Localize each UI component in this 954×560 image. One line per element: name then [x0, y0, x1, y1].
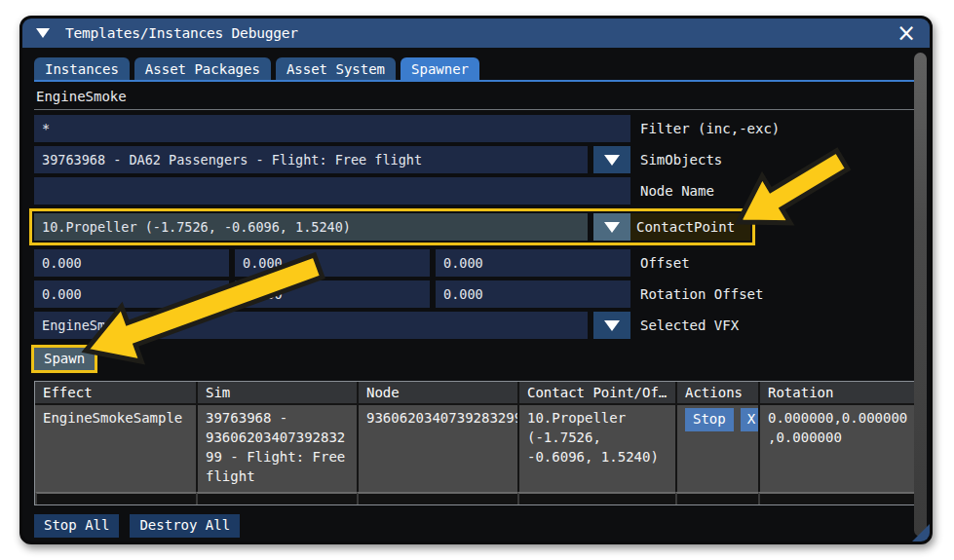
chevron-down-icon [604, 155, 620, 166]
cell-contact-point: 10.Propeller (-1.7526, -0.6096, 1.5240) [517, 403, 675, 492]
simobjects-label: SimObjects [640, 152, 722, 168]
tab-instances[interactable]: Instances [34, 57, 130, 80]
screen: Templates/Instances Debugger × Instances… [0, 0, 954, 560]
destroy-all-button[interactable]: Destroy All [130, 514, 240, 538]
vertical-scrollbar[interactable] [914, 53, 927, 537]
filter-input[interactable]: * [34, 115, 630, 142]
selected-vfx-dropdown-button[interactable] [593, 312, 630, 339]
cell-rotation: 0.000000,0.000000,0.000000 [758, 403, 918, 492]
column-header-effect: Effect [35, 382, 196, 403]
stop-all-button[interactable]: Stop All [34, 514, 119, 538]
cell-node: 9360620340739283299 [357, 403, 517, 492]
tab-asset-system[interactable]: Asset System [276, 57, 396, 80]
offset-row: 0.000 0.000 0.000 Offset [34, 249, 918, 277]
resize-grip-icon[interactable] [912, 524, 930, 541]
cell-sim: 39763968 - 9360620340739283299 - Flight:… [196, 403, 357, 492]
column-header-rotation: Rotation [758, 382, 918, 403]
contact-point-dropdown-button[interactable] [593, 213, 630, 241]
collapse-icon[interactable] [36, 28, 50, 38]
offset-z-input[interactable]: 0.000 [436, 249, 630, 277]
close-icon[interactable]: × [897, 22, 916, 44]
footer-actions: Stop All Destroy All [34, 514, 918, 538]
debugger-window: Templates/Instances Debugger × Instances… [19, 16, 933, 544]
cell-actions: Stop X [675, 403, 758, 492]
node-name-input[interactable] [34, 177, 630, 205]
column-header-actions: Actions [675, 382, 758, 403]
rotation-offset-label: Rotation Offset [640, 286, 763, 302]
rotation-offset-z-input[interactable]: 0.000 [436, 280, 630, 308]
tab-bar: Instances Asset Packages Asset System Sp… [34, 57, 918, 82]
destroy-effect-button[interactable]: X [741, 408, 758, 431]
divider [34, 109, 918, 110]
chevron-down-icon [604, 222, 620, 233]
template-name: EngineSmoke [36, 89, 916, 104]
chevron-down-icon [604, 320, 620, 331]
filter-row: * Filter (inc,-exc) [34, 115, 918, 142]
node-name-label: Node Name [640, 183, 714, 199]
cell-effect: EngineSmokeSample [35, 403, 196, 492]
column-header-contact-point: Contact Point/Of… [517, 382, 675, 403]
tab-asset-packages[interactable]: Asset Packages [134, 57, 271, 80]
contact-point-label: ContactPoint [636, 219, 735, 235]
column-header-node: Node [357, 382, 517, 403]
contact-point-highlight-box: 10.Propeller (-1.7526, -0.6096, 1.5240) … [29, 208, 755, 245]
column-header-sim: Sim [196, 382, 357, 403]
simobjects-select[interactable]: 39763968 - DA62 Passengers - Flight: Fre… [34, 146, 588, 173]
filter-label: Filter (inc,-exc) [640, 121, 780, 136]
window-title: Templates/Instances Debugger [65, 25, 298, 41]
stop-effect-button[interactable]: Stop [685, 408, 734, 431]
simobjects-dropdown-button[interactable] [593, 146, 630, 173]
title-bar[interactable]: Templates/Instances Debugger × [22, 19, 930, 48]
effects-table: Effect Sim Node Contact Point/Of… Action… [34, 381, 919, 505]
table-empty-strip [35, 492, 196, 504]
selected-vfx-label: Selected VFX [640, 317, 739, 333]
tab-spawner[interactable]: Spawner [401, 57, 479, 80]
offset-label: Offset [640, 255, 690, 271]
